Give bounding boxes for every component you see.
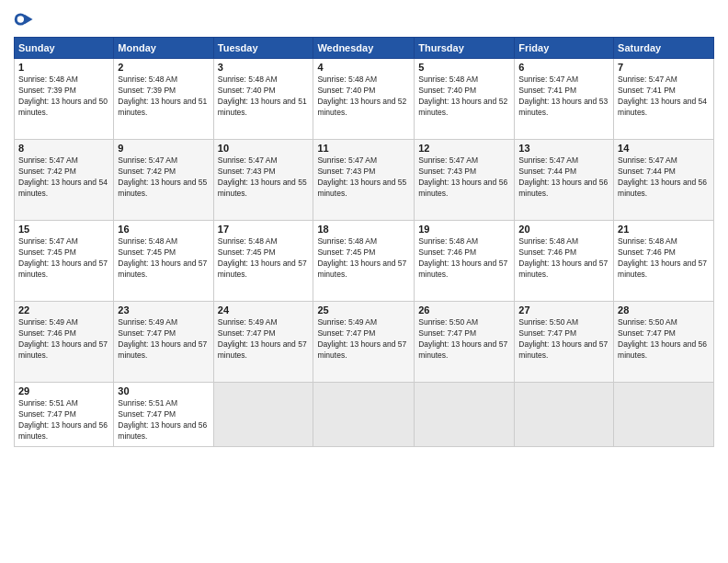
calendar-cell: 12Sunrise: 5:47 AMSunset: 7:43 PMDayligh… bbox=[415, 140, 515, 221]
day-info: Sunrise: 5:49 AMSunset: 7:46 PMDaylight:… bbox=[18, 317, 109, 362]
calendar-cell: 8Sunrise: 5:47 AMSunset: 7:42 PMDaylight… bbox=[15, 140, 114, 221]
day-info: Sunrise: 5:47 AMSunset: 7:43 PMDaylight:… bbox=[317, 155, 410, 200]
day-number: 22 bbox=[18, 304, 109, 316]
svg-point-1 bbox=[17, 16, 24, 22]
calendar-cell: 4Sunrise: 5:48 AMSunset: 7:40 PMDaylight… bbox=[313, 59, 415, 140]
day-number: 13 bbox=[518, 143, 609, 154]
calendar-cell: 5Sunrise: 5:48 AMSunset: 7:40 PMDaylight… bbox=[415, 59, 515, 140]
day-info: Sunrise: 5:47 AMSunset: 7:44 PMDaylight:… bbox=[518, 155, 609, 200]
logo-icon bbox=[14, 9, 34, 29]
day-number: 11 bbox=[317, 143, 410, 154]
day-info: Sunrise: 5:50 AMSunset: 7:47 PMDaylight:… bbox=[418, 317, 510, 362]
day-number: 28 bbox=[618, 304, 710, 316]
calendar-cell: 25Sunrise: 5:49 AMSunset: 7:47 PMDayligh… bbox=[313, 302, 415, 383]
calendar-cell: 2Sunrise: 5:48 AMSunset: 7:39 PMDaylight… bbox=[114, 59, 213, 140]
calendar-week-row: 1Sunrise: 5:48 AMSunset: 7:39 PMDaylight… bbox=[15, 59, 714, 140]
day-number: 20 bbox=[518, 224, 609, 235]
day-info: Sunrise: 5:48 AMSunset: 7:39 PMDaylight:… bbox=[18, 75, 109, 119]
calendar-weekday: Saturday bbox=[614, 38, 714, 59]
calendar-table: SundayMondayTuesdayWednesdayThursdayFrid… bbox=[14, 37, 714, 447]
svg-marker-2 bbox=[25, 15, 33, 24]
calendar-cell: 17Sunrise: 5:48 AMSunset: 7:45 PMDayligh… bbox=[213, 221, 313, 302]
calendar-cell: 16Sunrise: 5:48 AMSunset: 7:45 PMDayligh… bbox=[114, 221, 213, 302]
day-number: 14 bbox=[618, 143, 710, 154]
calendar-week-row: 29Sunrise: 5:51 AMSunset: 7:47 PMDayligh… bbox=[15, 383, 714, 447]
day-info: Sunrise: 5:49 AMSunset: 7:47 PMDaylight:… bbox=[218, 317, 310, 362]
day-info: Sunrise: 5:48 AMSunset: 7:40 PMDaylight:… bbox=[418, 75, 510, 119]
day-info: Sunrise: 5:49 AMSunset: 7:47 PMDaylight:… bbox=[317, 317, 410, 362]
calendar-cell: 14Sunrise: 5:47 AMSunset: 7:44 PMDayligh… bbox=[614, 140, 714, 221]
day-number: 29 bbox=[18, 385, 109, 396]
calendar-cell: 22Sunrise: 5:49 AMSunset: 7:46 PMDayligh… bbox=[15, 302, 114, 383]
day-number: 3 bbox=[218, 62, 310, 73]
day-number: 27 bbox=[518, 304, 609, 316]
day-info: Sunrise: 5:48 AMSunset: 7:45 PMDaylight:… bbox=[317, 236, 410, 281]
calendar-cell bbox=[614, 383, 714, 447]
day-number: 19 bbox=[418, 224, 510, 235]
calendar-cell: 23Sunrise: 5:49 AMSunset: 7:47 PMDayligh… bbox=[114, 302, 213, 383]
calendar-cell bbox=[515, 383, 614, 447]
calendar-weekday: Monday bbox=[114, 38, 213, 59]
day-number: 30 bbox=[118, 385, 209, 396]
calendar-weekday: Sunday bbox=[15, 38, 114, 59]
calendar-cell bbox=[415, 383, 515, 447]
calendar-week-row: 15Sunrise: 5:47 AMSunset: 7:45 PMDayligh… bbox=[15, 221, 714, 302]
day-info: Sunrise: 5:47 AMSunset: 7:43 PMDaylight:… bbox=[218, 155, 310, 200]
day-number: 16 bbox=[118, 224, 209, 235]
day-info: Sunrise: 5:47 AMSunset: 7:45 PMDaylight:… bbox=[18, 236, 109, 281]
calendar-cell: 24Sunrise: 5:49 AMSunset: 7:47 PMDayligh… bbox=[213, 302, 313, 383]
day-info: Sunrise: 5:47 AMSunset: 7:41 PMDaylight:… bbox=[518, 75, 609, 119]
day-info: Sunrise: 5:50 AMSunset: 7:47 PMDaylight:… bbox=[618, 317, 710, 362]
calendar-cell: 9Sunrise: 5:47 AMSunset: 7:42 PMDaylight… bbox=[114, 140, 213, 221]
calendar-weekday: Thursday bbox=[415, 38, 515, 59]
calendar-body: 1Sunrise: 5:48 AMSunset: 7:39 PMDaylight… bbox=[15, 59, 714, 447]
day-number: 7 bbox=[618, 62, 710, 73]
day-number: 5 bbox=[418, 62, 510, 73]
calendar-cell: 18Sunrise: 5:48 AMSunset: 7:45 PMDayligh… bbox=[313, 221, 415, 302]
day-info: Sunrise: 5:49 AMSunset: 7:47 PMDaylight:… bbox=[118, 317, 209, 362]
calendar-cell: 26Sunrise: 5:50 AMSunset: 7:47 PMDayligh… bbox=[415, 302, 515, 383]
calendar-cell: 30Sunrise: 5:51 AMSunset: 7:47 PMDayligh… bbox=[114, 383, 213, 447]
calendar-cell: 6Sunrise: 5:47 AMSunset: 7:41 PMDaylight… bbox=[515, 59, 614, 140]
page-container: SundayMondayTuesdayWednesdayThursdayFrid… bbox=[0, 0, 728, 563]
day-info: Sunrise: 5:47 AMSunset: 7:43 PMDaylight:… bbox=[418, 155, 510, 200]
calendar-weekday: Tuesday bbox=[213, 38, 313, 59]
day-info: Sunrise: 5:47 AMSunset: 7:44 PMDaylight:… bbox=[618, 155, 710, 200]
day-info: Sunrise: 5:48 AMSunset: 7:45 PMDaylight:… bbox=[218, 236, 310, 281]
calendar-week-row: 8Sunrise: 5:47 AMSunset: 7:42 PMDaylight… bbox=[15, 140, 714, 221]
day-number: 12 bbox=[418, 143, 510, 154]
calendar-cell: 28Sunrise: 5:50 AMSunset: 7:47 PMDayligh… bbox=[614, 302, 714, 383]
calendar-cell: 19Sunrise: 5:48 AMSunset: 7:46 PMDayligh… bbox=[415, 221, 515, 302]
day-number: 8 bbox=[18, 143, 109, 154]
day-info: Sunrise: 5:48 AMSunset: 7:45 PMDaylight:… bbox=[118, 236, 209, 281]
day-number: 1 bbox=[18, 62, 109, 73]
day-number: 17 bbox=[218, 224, 310, 235]
day-info: Sunrise: 5:51 AMSunset: 7:47 PMDaylight:… bbox=[118, 398, 209, 442]
calendar-header-row: SundayMondayTuesdayWednesdayThursdayFrid… bbox=[15, 38, 714, 59]
day-number: 18 bbox=[317, 224, 410, 235]
calendar-cell: 21Sunrise: 5:48 AMSunset: 7:46 PMDayligh… bbox=[614, 221, 714, 302]
calendar-weekday: Friday bbox=[515, 38, 614, 59]
page-header bbox=[14, 9, 714, 29]
calendar-cell: 15Sunrise: 5:47 AMSunset: 7:45 PMDayligh… bbox=[15, 221, 114, 302]
day-info: Sunrise: 5:48 AMSunset: 7:46 PMDaylight:… bbox=[418, 236, 510, 281]
day-info: Sunrise: 5:48 AMSunset: 7:39 PMDaylight:… bbox=[118, 75, 209, 119]
day-info: Sunrise: 5:48 AMSunset: 7:40 PMDaylight:… bbox=[218, 75, 310, 119]
calendar-cell: 27Sunrise: 5:50 AMSunset: 7:47 PMDayligh… bbox=[515, 302, 614, 383]
day-number: 25 bbox=[317, 304, 410, 316]
calendar-week-row: 22Sunrise: 5:49 AMSunset: 7:46 PMDayligh… bbox=[15, 302, 714, 383]
day-number: 23 bbox=[118, 304, 209, 316]
day-info: Sunrise: 5:48 AMSunset: 7:46 PMDaylight:… bbox=[618, 236, 710, 281]
calendar-cell bbox=[213, 383, 313, 447]
day-info: Sunrise: 5:48 AMSunset: 7:40 PMDaylight:… bbox=[317, 75, 410, 119]
calendar-cell: 10Sunrise: 5:47 AMSunset: 7:43 PMDayligh… bbox=[213, 140, 313, 221]
day-number: 2 bbox=[118, 62, 209, 73]
calendar-cell: 13Sunrise: 5:47 AMSunset: 7:44 PMDayligh… bbox=[515, 140, 614, 221]
day-info: Sunrise: 5:47 AMSunset: 7:41 PMDaylight:… bbox=[618, 75, 710, 119]
day-info: Sunrise: 5:51 AMSunset: 7:47 PMDaylight:… bbox=[18, 398, 109, 442]
day-number: 6 bbox=[518, 62, 609, 73]
calendar-cell: 7Sunrise: 5:47 AMSunset: 7:41 PMDaylight… bbox=[614, 59, 714, 140]
day-number: 9 bbox=[118, 143, 209, 154]
day-number: 4 bbox=[317, 62, 410, 73]
day-number: 15 bbox=[18, 224, 109, 235]
